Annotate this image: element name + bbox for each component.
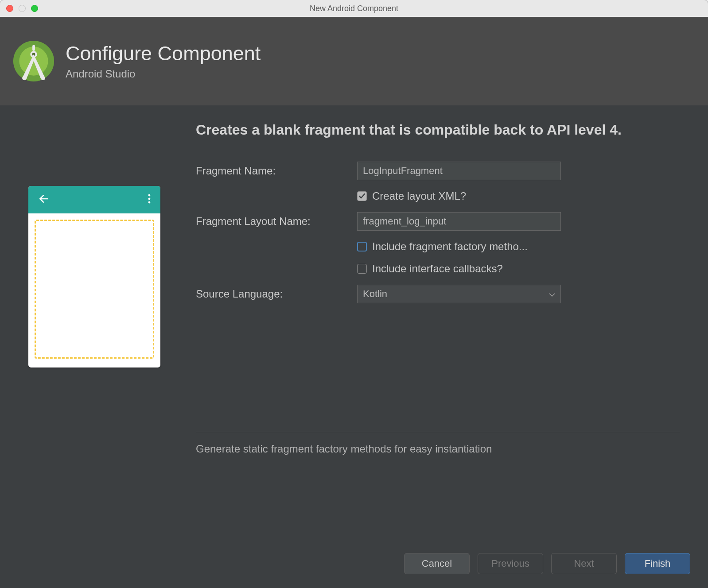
dialog-footer: Cancel Previous Next Finish	[0, 539, 708, 588]
include-factory-checkbox[interactable]	[357, 242, 367, 251]
svg-point-5	[22, 76, 27, 81]
cancel-button[interactable]: Cancel	[404, 553, 470, 574]
dialog-content: Creates a blank fragment that is compati…	[0, 105, 708, 539]
include-factory-checkbox-row[interactable]: Include fragment factory metho...	[357, 240, 680, 253]
include-callbacks-label: Include interface callbacks?	[372, 263, 503, 275]
fragment-name-input[interactable]	[357, 162, 561, 180]
svg-point-6	[41, 76, 45, 81]
form-description: Creates a blank fragment that is compati…	[196, 120, 680, 139]
preview-column	[28, 120, 160, 539]
include-factory-label: Include fragment factory metho...	[372, 240, 528, 253]
source-language-select[interactable]: Kotlin	[357, 285, 561, 303]
titlebar: New Android Component	[0, 0, 708, 17]
preview-fragment-placeholder	[35, 220, 154, 359]
hint-text: Generate static fragment factory methods…	[196, 432, 680, 466]
maximize-window-button[interactable]	[31, 5, 38, 12]
dialog-header: Configure Component Android Studio	[0, 17, 708, 105]
page-subtitle: Android Studio	[66, 68, 261, 80]
layout-name-label: Fragment Layout Name:	[196, 215, 346, 228]
fragment-name-label: Fragment Name:	[196, 165, 346, 177]
overflow-menu-icon	[148, 194, 151, 205]
chevron-down-icon	[549, 288, 555, 300]
dialog-window: New Android Component Configure Componen…	[0, 0, 708, 588]
window-title: New Android Component	[310, 4, 398, 13]
android-studio-logo-icon	[12, 39, 56, 83]
svg-point-10	[148, 201, 151, 204]
source-language-label: Source Language:	[196, 288, 346, 300]
phone-preview	[28, 186, 160, 368]
close-window-button[interactable]	[6, 5, 13, 12]
previous-button[interactable]: Previous	[478, 553, 543, 574]
create-layout-checkbox[interactable]	[357, 191, 367, 201]
svg-point-9	[148, 198, 151, 200]
svg-point-8	[148, 194, 151, 197]
create-layout-label: Create layout XML?	[372, 190, 466, 202]
back-arrow-icon	[38, 193, 50, 206]
create-layout-checkbox-row[interactable]: Create layout XML?	[357, 190, 680, 202]
source-language-value: Kotlin	[363, 288, 387, 300]
form-column: Creates a blank fragment that is compati…	[196, 120, 680, 539]
window-controls	[6, 5, 38, 12]
minimize-window-button[interactable]	[19, 5, 26, 12]
layout-name-input[interactable]	[357, 212, 561, 231]
next-button[interactable]: Next	[551, 553, 617, 574]
include-callbacks-checkbox-row[interactable]: Include interface callbacks?	[357, 263, 680, 275]
finish-button[interactable]: Finish	[625, 553, 690, 574]
header-text: Configure Component Android Studio	[66, 42, 261, 80]
page-title: Configure Component	[66, 42, 261, 65]
svg-rect-2	[32, 45, 35, 51]
preview-appbar	[28, 186, 160, 213]
form-grid: Fragment Name: Create layout XML? Fragme…	[196, 162, 680, 303]
include-callbacks-checkbox[interactable]	[357, 264, 367, 274]
